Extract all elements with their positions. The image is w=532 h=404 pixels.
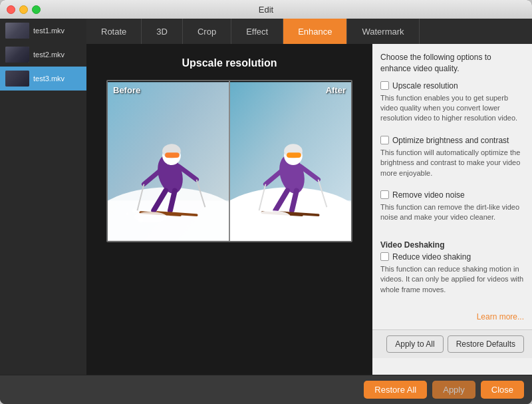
- svg-point-16: [132, 208, 136, 212]
- sidebar-thumb-test3: [5, 71, 29, 87]
- label-after: After: [326, 85, 346, 95]
- tab-crop[interactable]: Crop: [183, 19, 231, 44]
- option-label-noise: Remove video noise: [392, 190, 465, 200]
- svg-point-36: [247, 212, 249, 214]
- right-panel: Choose the following options to enhance …: [372, 44, 532, 329]
- preview-title: Upscale resolution: [182, 57, 277, 69]
- checkbox-deshake[interactable]: [380, 252, 389, 261]
- edit-window: Edit test1.mkv test2.mkv test3.mkv: [0, 0, 532, 404]
- right-options-area: Choose the following options to enhance …: [372, 44, 532, 375]
- option-group-deshake: Reduce video shaking This function can r…: [380, 252, 524, 300]
- checkbox-upscale[interactable]: [380, 81, 389, 90]
- skier-svg-after: [229, 81, 351, 241]
- svg-point-37: [258, 217, 265, 224]
- apply-to-all-button[interactable]: Apply to All: [386, 335, 443, 353]
- sidebar-thumb-test1: [5, 23, 29, 39]
- preview-image-container: Before: [106, 80, 352, 242]
- thumb-image: [5, 23, 29, 39]
- close-window-button[interactable]: [7, 5, 15, 14]
- checkbox-noise[interactable]: [380, 190, 389, 199]
- close-button[interactable]: Close: [481, 381, 524, 399]
- sidebar: test1.mkv test2.mkv test3.mkv: [0, 19, 86, 375]
- sidebar-filename-test1: test1.mkv: [33, 27, 65, 35]
- skier-svg-before: [108, 81, 229, 241]
- content-split: Upscale resolution Before: [86, 44, 532, 375]
- bottom-bar: Restore All Apply Close: [0, 375, 532, 404]
- tabs-bar: Rotate 3D Crop Effect Enhance Watermark: [86, 19, 532, 44]
- sidebar-item-test2[interactable]: test2.mkv: [0, 43, 86, 67]
- checkbox-brightness[interactable]: [380, 136, 389, 144]
- option-desc-deshake: This function can reduce shaking motion …: [380, 264, 524, 295]
- svg-point-17: [126, 212, 129, 215]
- svg-point-35: [254, 207, 258, 211]
- deshaking-section-title: Video Deshaking: [380, 240, 524, 250]
- right-panel-buttons: Apply to All Restore Defaults: [372, 329, 532, 358]
- preview-after: After: [229, 81, 351, 241]
- main-area: Rotate 3D Crop Effect Enhance Watermark: [86, 19, 532, 375]
- svg-rect-33: [287, 152, 301, 158]
- minimize-window-button[interactable]: [19, 5, 28, 14]
- ski-scene-after: [229, 81, 351, 241]
- option-group-noise: Remove video noise This function can rem…: [380, 190, 524, 228]
- tab-enhance[interactable]: Enhance: [283, 19, 347, 44]
- option-row-deshake: Reduce video shaking: [380, 252, 524, 262]
- option-group-upscale: Upscale resolution This function enables…: [380, 81, 524, 129]
- restore-defaults-button[interactable]: Restore Defaults: [448, 335, 524, 353]
- option-row-upscale: Upscale resolution: [380, 81, 524, 91]
- option-label-upscale: Upscale resolution: [392, 81, 458, 91]
- sidebar-filename-test3: test3.mkv: [33, 75, 65, 83]
- option-row-brightness: Optimize brightness and contrast: [380, 136, 524, 145]
- preview-panel: Upscale resolution Before: [86, 44, 372, 375]
- content-area: test1.mkv test2.mkv test3.mkv Rotate: [0, 19, 532, 375]
- tab-3d[interactable]: 3D: [142, 19, 183, 44]
- tab-effect[interactable]: Effect: [231, 19, 283, 44]
- option-desc-noise: This function can remove the dirt-like v…: [380, 202, 524, 223]
- ski-scene-before: [108, 81, 229, 241]
- option-label-deshake: Reduce video shaking: [392, 252, 471, 262]
- preview-before: Before: [108, 81, 229, 241]
- thumb-image: [5, 71, 29, 87]
- option-label-brightness: Optimize brightness and contrast: [392, 136, 509, 145]
- option-desc-upscale: This function enables you to get superb …: [380, 93, 524, 124]
- label-before: Before: [113, 85, 140, 95]
- preview-halves: Before: [108, 81, 351, 241]
- option-desc-brightness: This function will automatically optimiz…: [380, 148, 524, 178]
- sidebar-filename-test2: test2.mkv: [33, 51, 65, 59]
- apply-button[interactable]: Apply: [432, 381, 475, 399]
- svg-rect-14: [165, 152, 180, 158]
- sidebar-thumb-test2: [5, 47, 29, 63]
- window-controls: [7, 5, 41, 14]
- thumb-image: [5, 47, 29, 63]
- sidebar-item-test1[interactable]: test1.mkv: [0, 19, 86, 43]
- maximize-window-button[interactable]: [32, 5, 41, 14]
- window-title: Edit: [259, 5, 273, 15]
- option-row-noise: Remove video noise: [380, 190, 524, 200]
- learn-more-link[interactable]: Learn more...: [380, 312, 524, 321]
- svg-point-18: [138, 218, 144, 223]
- options-intro: Choose the following options to enhance …: [380, 52, 524, 75]
- tab-watermark[interactable]: Watermark: [347, 19, 419, 44]
- preview-divider: [229, 81, 230, 241]
- title-bar: Edit: [0, 0, 532, 19]
- option-group-brightness: Optimize brightness and contrast This fu…: [380, 136, 524, 184]
- restore-all-button[interactable]: Restore All: [364, 381, 427, 399]
- tab-rotate[interactable]: Rotate: [86, 19, 142, 44]
- sidebar-item-test3[interactable]: test3.mkv: [0, 67, 86, 91]
- svg-point-38: [263, 222, 267, 226]
